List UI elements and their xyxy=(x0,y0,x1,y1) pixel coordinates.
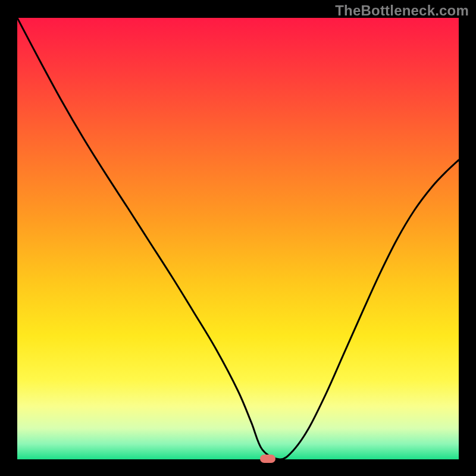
bottleneck-plot xyxy=(17,18,459,459)
optimum-marker xyxy=(260,455,275,463)
gradient-background xyxy=(17,18,459,459)
watermark-text: TheBottleneck.com xyxy=(335,2,469,19)
chart-frame: TheBottleneck.com xyxy=(0,0,476,476)
